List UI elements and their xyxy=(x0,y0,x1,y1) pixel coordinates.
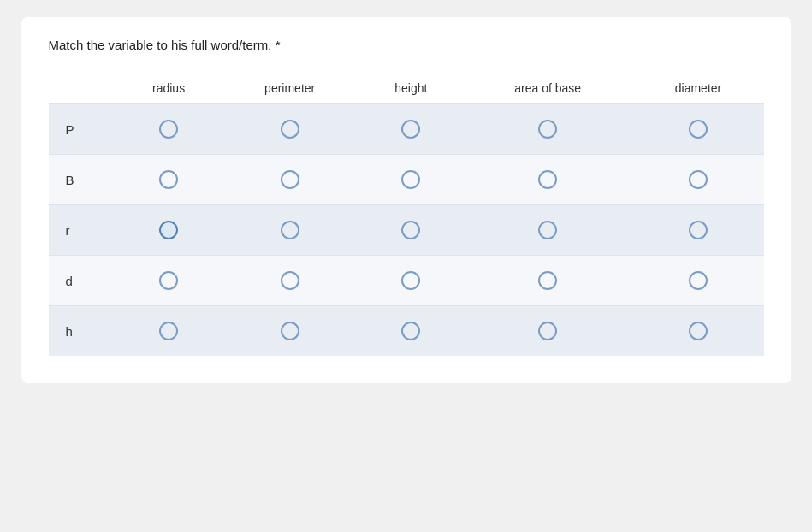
header-area-of-base: area of base xyxy=(463,73,633,104)
radio-B-radius[interactable] xyxy=(159,170,178,189)
cell-B-area-of-base xyxy=(463,155,633,205)
radio-r-diameter[interactable] xyxy=(689,221,708,239)
row-label-d: d xyxy=(49,256,117,306)
cell-r-area-of-base xyxy=(463,205,633,256)
cell-r-radius xyxy=(117,205,221,256)
header-height: height xyxy=(359,73,463,104)
radio-d-height[interactable] xyxy=(401,271,420,290)
cell-d-area-of-base xyxy=(463,256,633,306)
cell-P-perimeter xyxy=(221,104,359,155)
radio-h-perimeter[interactable] xyxy=(281,322,299,340)
header-row: radius perimeter height area of base dia… xyxy=(49,73,764,104)
cell-B-radius xyxy=(117,155,221,205)
cell-P-height xyxy=(359,104,463,155)
table-row: h xyxy=(49,306,764,357)
radio-B-perimeter[interactable] xyxy=(281,170,299,189)
radio-B-area-of-base[interactable] xyxy=(538,170,557,189)
header-perimeter: perimeter xyxy=(221,73,359,104)
cell-r-height xyxy=(359,205,463,256)
question-text: Match the variable to his full word/term… xyxy=(49,38,272,52)
cell-B-diameter xyxy=(632,155,763,205)
radio-d-area-of-base[interactable] xyxy=(538,271,557,290)
radio-r-perimeter[interactable] xyxy=(281,221,299,239)
radio-r-area-of-base[interactable] xyxy=(538,221,557,239)
table-row: P xyxy=(49,104,764,155)
cell-P-diameter xyxy=(632,104,763,155)
radio-h-radius[interactable] xyxy=(159,322,178,340)
radio-d-perimeter[interactable] xyxy=(281,271,299,290)
quiz-container: Match the variable to his full word/term… xyxy=(21,17,791,383)
cell-B-perimeter xyxy=(221,155,359,205)
radio-P-height[interactable] xyxy=(401,120,420,139)
cell-P-area-of-base xyxy=(463,104,633,155)
radio-d-radius[interactable] xyxy=(159,271,178,290)
radio-B-diameter[interactable] xyxy=(689,170,708,189)
row-label-P: P xyxy=(49,104,117,155)
cell-h-area-of-base xyxy=(463,306,633,357)
radio-P-area-of-base[interactable] xyxy=(538,120,557,139)
radio-P-radius[interactable] xyxy=(159,120,178,139)
table-row: B xyxy=(49,155,764,205)
cell-d-height xyxy=(359,256,463,306)
cell-d-perimeter xyxy=(221,256,359,306)
table-row: r xyxy=(49,205,764,256)
cell-d-radius xyxy=(117,256,221,306)
radio-r-radius[interactable] xyxy=(159,221,178,239)
header-empty xyxy=(49,73,117,104)
cell-P-radius xyxy=(117,104,221,155)
cell-r-perimeter xyxy=(221,205,359,256)
row-label-h: h xyxy=(49,306,117,357)
radio-h-area-of-base[interactable] xyxy=(538,322,557,340)
radio-P-perimeter[interactable] xyxy=(281,120,299,139)
cell-h-radius xyxy=(117,306,221,357)
table-row: d xyxy=(49,256,764,306)
cell-h-height xyxy=(359,306,463,357)
cell-h-perimeter xyxy=(221,306,359,357)
header-radius: radius xyxy=(117,73,221,104)
cell-h-diameter xyxy=(632,306,763,357)
matrix-table: radius perimeter height area of base dia… xyxy=(49,73,764,356)
cell-r-diameter xyxy=(632,205,763,256)
radio-h-diameter[interactable] xyxy=(689,322,708,340)
radio-r-height[interactable] xyxy=(401,221,420,239)
header-diameter: diameter xyxy=(632,73,763,104)
radio-P-diameter[interactable] xyxy=(689,120,708,139)
radio-h-height[interactable] xyxy=(401,322,420,340)
row-label-r: r xyxy=(49,205,117,256)
row-label-B: B xyxy=(49,155,117,205)
radio-d-diameter[interactable] xyxy=(689,271,708,290)
question-title: Match the variable to his full word/term… xyxy=(49,38,764,52)
required-indicator: * xyxy=(276,38,281,52)
cell-B-height xyxy=(359,155,463,205)
cell-d-diameter xyxy=(632,256,763,306)
radio-B-height[interactable] xyxy=(401,170,420,189)
